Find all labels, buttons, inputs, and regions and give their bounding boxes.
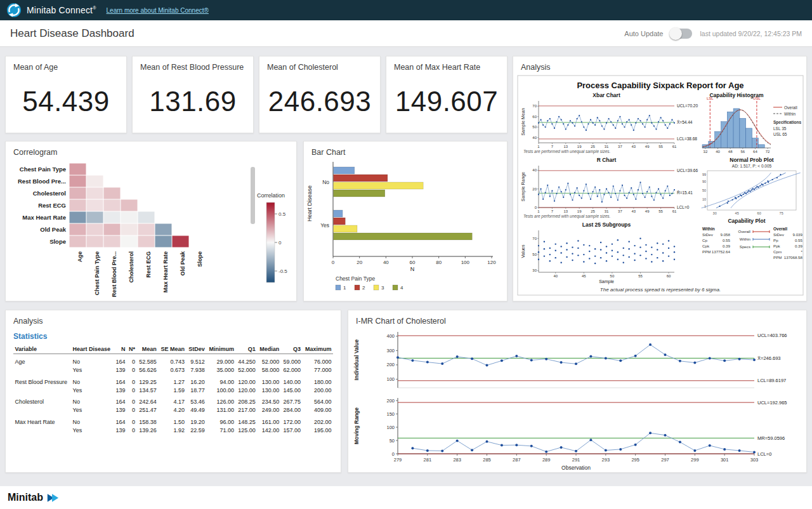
svg-text:43: 43	[631, 209, 636, 213]
toggle-knob	[669, 27, 682, 40]
svg-text:Tests are performed with unequ: Tests are performed with unequal sample …	[523, 214, 611, 219]
svg-text:55: 55	[638, 274, 643, 278]
svg-text:40: 40	[383, 260, 389, 265]
last-updated-text: last updated 9/20/22, 12:45:23 PM	[700, 30, 802, 37]
svg-text:0: 0	[332, 260, 335, 265]
svg-text:19: 19	[577, 209, 582, 213]
svg-text:Max Heart Rate: Max Heart Rate	[22, 214, 66, 221]
svg-text:287: 287	[513, 457, 521, 463]
kpi-value: 131.69	[133, 86, 253, 117]
learn-more-link[interactable]: Learn more about Minitab Connect®	[107, 7, 209, 14]
svg-text:31: 31	[605, 145, 609, 149]
svg-text:45: 45	[582, 274, 586, 278]
svg-text:295: 295	[631, 457, 639, 463]
svg-text:Ppk: Ppk	[773, 244, 781, 248]
svg-text:60: 60	[667, 274, 671, 278]
svg-text:300: 300	[386, 348, 395, 354]
svg-text:289: 289	[542, 457, 551, 463]
statistics-link[interactable]: Statistics	[6, 326, 341, 342]
svg-text:0.39: 0.39	[795, 244, 803, 248]
svg-text:Observation: Observation	[561, 465, 591, 471]
svg-text:LCL=38.68: LCL=38.68	[677, 136, 697, 141]
correlogram-card: Correlogram Chest Pain TypeRest Blood Pr…	[5, 141, 297, 301]
analysis-sixpack-card: Analysis Process Capability Sixpack Repo…	[513, 56, 807, 301]
svg-text:PPM: PPM	[773, 255, 782, 260]
svg-text:0: 0	[278, 240, 282, 246]
kpi-value: 246.693	[259, 86, 380, 117]
svg-text:297: 297	[661, 457, 669, 463]
kpi-value: 54.439	[6, 86, 126, 117]
kpi-title: Mean of Age	[6, 56, 126, 72]
svg-text:Slope: Slope	[197, 251, 203, 267]
svg-text:USL 65: USL 65	[773, 132, 787, 136]
svg-text:Overall: Overall	[784, 105, 797, 110]
svg-text:Individual Value: Individual Value	[353, 340, 360, 381]
svg-text:150: 150	[386, 411, 395, 417]
svg-text:72: 72	[766, 150, 770, 154]
svg-text:40: 40	[532, 168, 537, 172]
svg-text:37: 37	[618, 145, 622, 149]
card-title: I-MR Chart of Cholesterol	[348, 310, 806, 326]
svg-text:50: 50	[702, 188, 706, 192]
kpi-value: 149.607	[386, 86, 507, 117]
svg-text:283: 283	[453, 457, 461, 463]
svg-text:279: 279	[394, 457, 402, 463]
svg-text:30: 30	[532, 268, 537, 272]
svg-text:137068.58: 137068.58	[784, 255, 803, 260]
svg-text:Chest Pain Type: Chest Pain Type	[94, 251, 100, 295]
svg-text:0.55: 0.55	[795, 238, 803, 242]
svg-text:61: 61	[672, 209, 677, 213]
svg-text:13: 13	[563, 145, 568, 149]
svg-text:LCL=89.6197: LCL=89.6197	[757, 378, 786, 383]
kpi-card-mean-of-rest-blood-pressure: Mean of Rest Blood Pressure 131.69	[132, 56, 254, 133]
svg-text:LSL: LSL	[707, 96, 714, 100]
svg-text:301: 301	[721, 457, 729, 463]
svg-text:N: N	[410, 266, 415, 272]
auto-update-label: Auto Update	[624, 30, 663, 37]
minitab-logo-text: Minitab	[8, 492, 43, 503]
svg-text:Capability Plot: Capability Plot	[728, 218, 765, 224]
minitab-connect-logo-icon	[6, 3, 22, 18]
svg-text:49: 49	[645, 145, 650, 149]
svg-text:45: 45	[735, 211, 739, 215]
svg-text:3: 3	[381, 285, 384, 291]
svg-text:No: No	[322, 179, 329, 185]
svg-text:Correlation: Correlation	[257, 192, 285, 199]
svg-text:Rest ECG: Rest ECG	[145, 251, 152, 278]
svg-text:293: 293	[602, 457, 610, 463]
kpi-title: Mean of Max Heart Rate	[386, 56, 507, 72]
kpi-title: Mean of Cholesterol	[259, 56, 380, 72]
analysis-statistics-card: Analysis Statistics VariableHeart Diseas…	[5, 310, 341, 473]
svg-text:4: 4	[400, 285, 403, 291]
svg-text:10: 10	[702, 197, 706, 201]
page-header: Heart Disease Dashboard Auto Update last…	[0, 20, 812, 47]
svg-text:Slope: Slope	[49, 238, 66, 245]
minitab-logo-icon	[46, 493, 59, 503]
card-title: Analysis	[6, 310, 341, 326]
svg-text:19: 19	[577, 145, 582, 149]
svg-text:48: 48	[728, 150, 733, 154]
correlogram-scrollbar[interactable]	[251, 167, 255, 224]
svg-text:-0.5: -0.5	[278, 268, 287, 274]
auto-update-toggle[interactable]	[671, 29, 692, 39]
svg-text:100: 100	[386, 376, 395, 382]
svg-text:0: 0	[392, 451, 395, 457]
svg-text:100: 100	[386, 425, 395, 430]
svg-text:20: 20	[532, 187, 537, 191]
topbar: Minitab Connect® Learn more about Minita…	[0, 0, 812, 20]
svg-text:Cpm: Cpm	[773, 249, 782, 254]
svg-text:X̄=54.44: X̄=54.44	[677, 120, 693, 124]
kpi-title: Mean of Rest Blood Pressure	[133, 56, 253, 72]
svg-text:100: 100	[461, 260, 470, 265]
svg-text:55: 55	[658, 209, 663, 213]
svg-text:1: 1	[704, 204, 706, 208]
svg-text:Cholesterol: Cholesterol	[128, 251, 134, 283]
svg-text:40: 40	[532, 136, 537, 140]
svg-text:UCL=403.766: UCL=403.766	[757, 333, 787, 338]
kpi-card-mean-of-cholesterol: Mean of Cholesterol 246.693	[259, 56, 381, 133]
kpi-card-mean-of-age: Mean of Age 54.439	[5, 56, 127, 133]
svg-text:R̄=15.41: R̄=15.41	[677, 190, 693, 195]
svg-text:299: 299	[691, 457, 699, 463]
svg-text:60: 60	[532, 115, 537, 119]
bar-chart-card: Bar Chart 020406080100120NNoYesHeart Dis…	[303, 141, 508, 301]
